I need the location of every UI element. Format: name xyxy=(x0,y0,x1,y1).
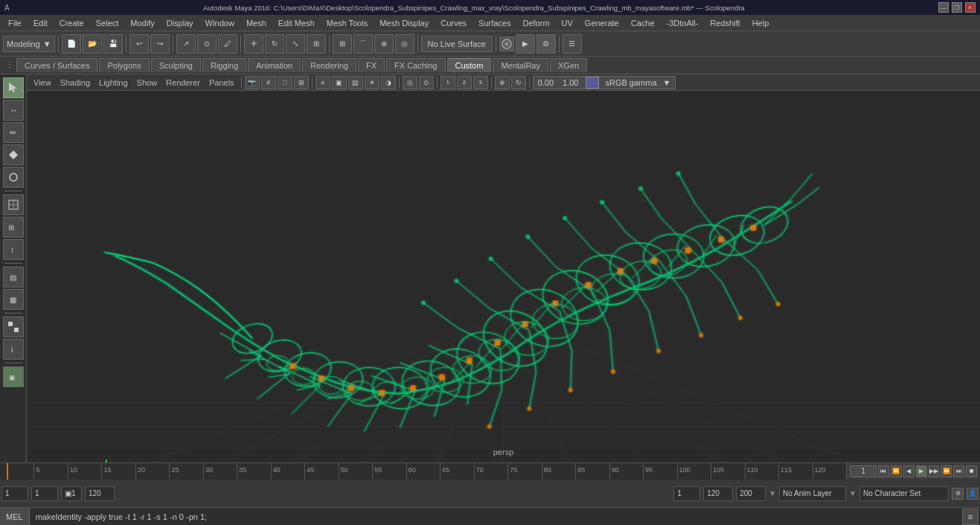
menu-item-surfaces[interactable]: Surfaces xyxy=(473,17,516,29)
menu-item-display[interactable]: Display xyxy=(161,17,199,29)
vp-wire-btn[interactable]: ⊞ xyxy=(294,76,309,89)
ipr-button[interactable]: ⚙ xyxy=(537,34,556,54)
display-hud-button[interactable]: ☰ xyxy=(563,34,582,54)
tab-fx[interactable]: FX xyxy=(358,58,385,72)
vp-shadow-btn[interactable]: ◑ xyxy=(381,76,396,89)
vp-renderer-menu[interactable]: Renderer xyxy=(162,77,204,89)
vp-obj-btn[interactable]: □ xyxy=(278,76,292,89)
vp-panels-menu[interactable]: Panels xyxy=(205,77,238,89)
open-file-button[interactable]: 📂 xyxy=(83,34,102,54)
no-anim-layer-field[interactable]: No Anim Layer xyxy=(779,486,846,501)
minimize-button[interactable]: — xyxy=(938,2,949,13)
tab-curves-surfaces[interactable]: Curves / Surfaces xyxy=(16,58,97,72)
tab-xgen[interactable]: XGen xyxy=(550,58,587,72)
range-end2-field[interactable]: 200 xyxy=(736,486,766,501)
texture-tool[interactable]: ▦ xyxy=(3,289,24,310)
menu-item-edit[interactable]: Edit xyxy=(28,17,53,29)
main-viewport[interactable]: View Shading Lighting Show Renderer Pane… xyxy=(27,74,980,462)
prev-frame-button[interactable]: ◀ xyxy=(903,465,915,477)
new-file-button[interactable]: 📄 xyxy=(62,34,81,54)
go-start-button[interactable]: ⏮ xyxy=(878,465,889,477)
playhead[interactable] xyxy=(7,463,8,480)
frame-sub-field[interactable]: ▣ 1 xyxy=(61,486,82,501)
snap-point-button[interactable]: ⊕ xyxy=(374,34,394,54)
vp-high-quality-btn[interactable]: 3 xyxy=(473,76,488,89)
rotate-tool-button[interactable]: ↻ xyxy=(265,34,284,54)
menu-item-cache[interactable]: Cache xyxy=(626,17,660,29)
tab-rendering[interactable]: Rendering xyxy=(302,58,356,72)
vp-shade-btn[interactable]: ▣ xyxy=(332,76,347,89)
undo-button[interactable]: ↩ xyxy=(129,34,149,54)
sculpt-tool[interactable]: ▤ xyxy=(3,267,24,287)
menu-item-mesh-display[interactable]: Mesh Display xyxy=(374,17,434,29)
vp-show-menu[interactable]: Show xyxy=(133,77,161,89)
tab-animation[interactable]: Animation xyxy=(248,58,301,72)
render-settings-button[interactable] xyxy=(499,36,514,51)
snap-curve-button[interactable]: ⌒ xyxy=(353,34,373,54)
snap-grid-button[interactable]: ⊞ xyxy=(333,34,352,54)
anim-prefs-button[interactable]: ⚙ xyxy=(952,488,964,500)
record-button[interactable]: ⏺ xyxy=(966,465,977,477)
step-back-button[interactable]: ⏪ xyxy=(891,465,902,477)
tab-polygons[interactable]: Polygons xyxy=(99,58,149,72)
mode-dropdown[interactable]: Modeling ▼ xyxy=(3,36,55,52)
frame-end-field[interactable]: 120 xyxy=(85,486,115,501)
select-tool[interactable] xyxy=(3,77,24,98)
info-tool[interactable]: i xyxy=(3,339,24,360)
char-set-btn[interactable]: 👤 xyxy=(967,488,979,500)
no-live-surface-button[interactable]: No Live Surface xyxy=(421,36,493,52)
range-end-field[interactable]: 120 xyxy=(703,486,733,501)
grid-tool[interactable] xyxy=(3,194,24,215)
play-button[interactable]: ▶ xyxy=(916,465,927,477)
frame-start-field[interactable]: 1 xyxy=(1,486,28,501)
menu-item-generate[interactable]: Generate xyxy=(580,17,624,29)
tab-fx-caching[interactable]: FX Caching xyxy=(386,58,445,72)
command-input[interactable] xyxy=(30,508,962,525)
select-tool-button[interactable]: ↗ xyxy=(176,34,196,54)
paint-tool[interactable]: ✏ xyxy=(3,122,24,143)
next-frame-button[interactable]: ▶▶ xyxy=(929,465,940,477)
vp-xray-btn[interactable]: ◎ xyxy=(403,76,417,89)
no-char-set-field[interactable]: No Character Set xyxy=(859,486,949,501)
vp-refresh-btn[interactable]: ↻ xyxy=(511,76,526,89)
tab-sculpting[interactable]: Sculpting xyxy=(151,58,201,72)
vp-low-quality-btn[interactable]: 1 xyxy=(441,76,455,89)
range-start-field[interactable]: 1 xyxy=(673,486,700,501)
menu-item-file[interactable]: File xyxy=(3,17,27,29)
vp-light-btn[interactable]: ☀ xyxy=(365,76,379,89)
lasso-tool-button[interactable]: ⊙ xyxy=(197,34,217,54)
vp-view-menu[interactable]: View xyxy=(30,77,55,89)
menu-item-modify[interactable]: Modify xyxy=(125,17,159,29)
gamma-color-swatch[interactable] xyxy=(586,77,599,89)
menu-item-create[interactable]: Create xyxy=(54,17,89,29)
scale-tool-button[interactable]: ⤡ xyxy=(286,34,305,54)
tab-mentalray[interactable]: MentalRay xyxy=(493,58,548,72)
menu-item-redshift[interactable]: Redshift xyxy=(705,17,745,29)
3d-canvas[interactable]: persp xyxy=(27,91,980,462)
menu-item-deform[interactable]: Deform xyxy=(517,17,554,29)
menu-item-curves[interactable]: Curves xyxy=(435,17,472,29)
universal-manip-button[interactable]: ⊞ xyxy=(307,34,326,54)
move-tool-button[interactable]: ✛ xyxy=(244,34,263,54)
timeline-scale[interactable]: 5101520253035404550556065707580859095100… xyxy=(0,463,846,480)
tabs-settings-left-icon[interactable]: ⋮ xyxy=(3,59,16,72)
menu-item-edit-mesh[interactable]: Edit Mesh xyxy=(273,17,320,29)
mel-mode-label[interactable]: MEL xyxy=(0,508,30,525)
paint-sel-button[interactable]: 🖊 xyxy=(218,34,237,54)
vp-med-quality-btn[interactable]: 2 xyxy=(457,76,472,89)
gamma-dropdown-arrow[interactable]: ▼ xyxy=(663,78,671,87)
vp-lighting-menu[interactable]: Lighting xyxy=(95,77,132,89)
menu-item-mesh-tools[interactable]: Mesh Tools xyxy=(321,17,373,29)
tab-rigging[interactable]: Rigging xyxy=(202,58,246,72)
menu-item-mesh[interactable]: Mesh xyxy=(241,17,272,29)
snap-together-tool[interactable] xyxy=(3,316,24,337)
multi-cut-tool[interactable]: ⊞ xyxy=(3,217,24,238)
command-options-button[interactable]: ≡ xyxy=(962,509,979,525)
circle-tool[interactable] xyxy=(3,167,24,188)
unknown-tool-1[interactable]: ▣ xyxy=(3,366,24,387)
tab-custom[interactable]: Custom xyxy=(447,58,492,72)
save-file-button[interactable]: 💾 xyxy=(103,34,123,54)
vp-camera-btn[interactable]: 📷 xyxy=(245,76,260,89)
step-fwd-button[interactable]: ⏩ xyxy=(941,465,952,477)
restore-button[interactable]: ❒ xyxy=(952,2,962,13)
